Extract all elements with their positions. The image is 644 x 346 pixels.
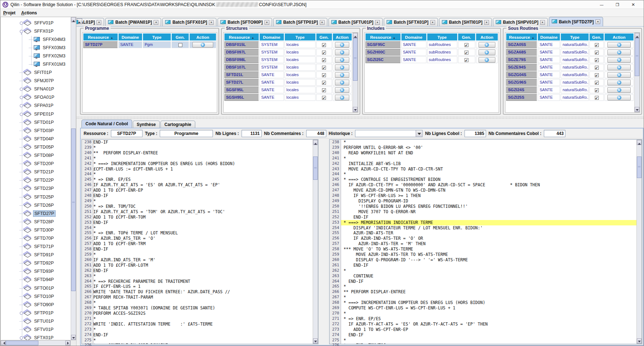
tree-item-sftd71p[interactable]: SFTD71P [1, 243, 71, 251]
scroll-down-icon[interactable] [353, 107, 358, 112]
tree-item-sftd28p[interactable]: SFTD28P [1, 218, 71, 226]
cobol-scroll-thumb[interactable] [637, 156, 641, 178]
gen-checkbox[interactable] [595, 88, 599, 92]
cobol-scrollbar[interactable] [636, 140, 642, 344]
tree-item-sftd03p[interactable]: SFTD03P [1, 126, 71, 135]
cell-ressource[interactable]: SFTD27P [83, 41, 118, 48]
cell-ressource[interactable]: SGZE79S [506, 56, 537, 63]
close-icon[interactable] [320, 20, 325, 25]
gen-checkbox[interactable] [595, 73, 599, 77]
minimize-button[interactable] [596, 1, 607, 8]
scroll-down-icon[interactable] [637, 338, 641, 343]
tree-item-sftd21p[interactable]: SFTD21P [1, 168, 71, 176]
natural-scroll-thumb[interactable] [313, 156, 318, 180]
column-header-gen[interactable]: Gen. [316, 33, 332, 41]
gen-checkbox[interactable] [595, 96, 599, 100]
cobol-code-text[interactable]: * PERFORM UNTIL Q-ERROR-NR <> '00' READ … [341, 140, 636, 344]
cell-ressource[interactable]: SGZA68S [506, 49, 537, 56]
tree-item-sftd20p[interactable]: SFTD20P [1, 160, 71, 168]
gen-checkbox[interactable] [465, 58, 468, 62]
historique-combobox[interactable] [355, 130, 423, 137]
cell-ressource[interactable]: SGSH95L [224, 94, 259, 101]
tab-batch-batchsftx01p[interactable]: Batch [SFTX01P] [384, 18, 438, 26]
run-action-button[interactable] [607, 95, 631, 100]
tree-item-sftd30p[interactable]: SFTD30P [1, 226, 71, 234]
tree-item-sftd05p[interactable]: SFTD05P [1, 143, 71, 151]
tree-item-sftd25p[interactable]: SFTD25P [1, 193, 71, 201]
tab-batch-batchsftu01p[interactable]: Batch [SFTU01P] [328, 18, 383, 26]
tree-item-sftv01p[interactable]: SFTV01P [1, 325, 71, 333]
scroll-down-icon[interactable] [71, 335, 76, 340]
close-icon[interactable] [154, 20, 158, 25]
tree-item-sfto10p[interactable]: SFTO10P [1, 292, 71, 300]
close-icon[interactable] [596, 19, 600, 24]
column-header-ressource[interactable]: Ressource▲ [83, 33, 118, 41]
column-header-type[interactable]: Type [285, 33, 316, 41]
cell-ressource[interactable]: SGSF95L [224, 86, 259, 93]
scroll-down-icon[interactable] [313, 338, 318, 343]
gen-checkbox[interactable] [322, 66, 326, 70]
scroll-up-icon[interactable] [637, 140, 641, 145]
run-action-button[interactable] [335, 95, 349, 100]
tab-batch-batchpwan01p[interactable]: Batch [PWAN01P] [105, 18, 161, 26]
tree-item-sfto90p[interactable]: SFTO90P [1, 300, 71, 309]
scroll-up-icon[interactable] [353, 33, 358, 38]
column-header-action[interactable]: Action [605, 33, 634, 41]
tree-item-sftd26p[interactable]: SFTD26P [1, 201, 71, 209]
close-icon[interactable] [430, 20, 435, 25]
tree-item-sffv01p[interactable]: SFFV01P [1, 19, 71, 27]
tree-item-sfna01p[interactable]: SFNA01P [1, 85, 71, 93]
column-header-action[interactable]: Action [190, 33, 216, 41]
horizontal-splitter[interactable] [76, 116, 644, 120]
column-header-ressource[interactable]: Ressource▲ [365, 33, 401, 41]
run-action-button[interactable] [335, 87, 349, 93]
tree-item-sfmj07p[interactable]: SFMJ07P [1, 77, 71, 85]
natural-scrollbar[interactable] [313, 140, 318, 344]
tree-item-sfto01p[interactable]: SFTO01P [1, 284, 71, 292]
cell-ressource[interactable]: SGSF95C [365, 41, 401, 48]
tree-item-sftd22p[interactable]: SFTD22P [1, 176, 71, 184]
cell-ressource[interactable]: SGZG04S [506, 71, 537, 78]
tree-item-sftd93p[interactable]: SFTD93P [1, 267, 71, 276]
tree-item-sftu01p[interactable]: SFTU01P [1, 317, 71, 325]
sous-routines-scroll-thumb[interactable] [635, 38, 639, 76]
tree-item-sftx01p[interactable]: SFTX01P [1, 334, 71, 340]
tree-item-sftd94p[interactable]: SFTD94P [1, 276, 71, 284]
run-action-button[interactable] [335, 42, 349, 48]
cell-ressource[interactable]: SGZI25C [365, 56, 401, 63]
gen-checkbox[interactable] [595, 43, 599, 47]
column-header-action[interactable]: Action [333, 33, 352, 41]
gen-checkbox[interactable] [322, 88, 326, 92]
column-header-gen[interactable]: Gen. [589, 33, 604, 41]
gen-checkbox[interactable] [322, 96, 326, 100]
tree-item-sfit01p[interactable]: SFIT01P [1, 69, 71, 77]
tree-item-sftd91p[interactable]: SFTD91P [1, 251, 71, 259]
cell-ressource[interactable]: SGZA05S [506, 41, 537, 48]
close-icon[interactable] [97, 20, 101, 25]
close-icon[interactable] [540, 20, 545, 25]
cell-ressource[interactable]: SGZI25S [506, 94, 537, 101]
column-header-gen[interactable]: Gen. [458, 33, 475, 41]
structures-scroll-thumb[interactable] [353, 38, 358, 81]
menu-projet[interactable]: Projet [3, 10, 15, 15]
tree-item-sfoa01p[interactable]: SFOA01P [1, 93, 71, 102]
cell-ressource[interactable]: SGZH00C [365, 49, 401, 56]
tab-batch-batchsffx01p[interactable]: Batch [SFFX01P] [162, 18, 216, 26]
tab-batch-batchshpv01p[interactable]: Batch [SHPV01P] [493, 18, 548, 26]
column-header-domaine[interactable]: Domaine [260, 33, 284, 41]
gen-checkbox[interactable] [595, 58, 599, 62]
scroll-down-icon[interactable] [635, 107, 639, 112]
scroll-left-icon[interactable] [1, 341, 6, 345]
run-action-button[interactable] [335, 57, 349, 63]
tree-vertical-scrollbar[interactable] [71, 17, 76, 340]
column-header-ressource[interactable]: Ressource▲ [224, 33, 259, 41]
column-header-domaine[interactable]: Domaine [118, 33, 142, 41]
gen-checkbox[interactable] [595, 81, 599, 85]
tree-item-sftd70p[interactable]: SFTD70P [1, 234, 71, 242]
structures-scrollbar[interactable] [353, 33, 358, 112]
run-action-button[interactable] [335, 80, 349, 85]
tree-item-sftd27p[interactable]: SFTD27P [1, 209, 71, 218]
close-icon[interactable] [265, 20, 269, 25]
tab-synthese[interactable]: Synthèse [133, 121, 160, 128]
run-action-button[interactable] [335, 72, 349, 78]
